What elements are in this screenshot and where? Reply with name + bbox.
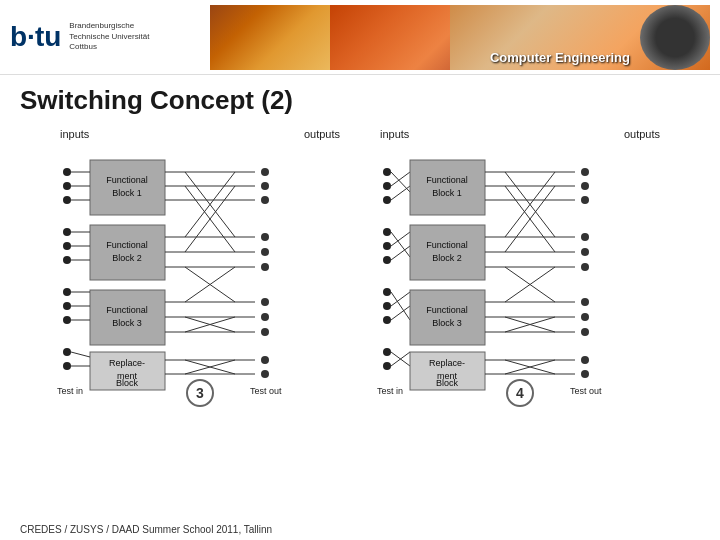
svg-point-64 (261, 328, 269, 336)
svg-text:Replace-: Replace- (109, 358, 145, 368)
svg-point-69 (383, 168, 391, 176)
svg-point-0 (63, 168, 71, 176)
svg-point-5 (63, 256, 71, 264)
svg-point-70 (383, 182, 391, 190)
btu-text: BrandenburgischeTechnische UniversitätCo… (69, 21, 149, 52)
diagram-right: inputs outputs (375, 128, 665, 402)
svg-point-9 (63, 348, 71, 356)
diagram-left-svg: Functional Block 1 Functional Block 2 Fu… (55, 142, 345, 402)
svg-point-133 (581, 328, 589, 336)
svg-text:Functional: Functional (106, 175, 148, 185)
diagram-left-labels: inputs outputs (60, 128, 340, 140)
svg-point-56 (261, 168, 269, 176)
svg-point-62 (261, 298, 269, 306)
svg-line-33 (71, 352, 90, 357)
svg-point-2 (63, 196, 71, 204)
header-images: Computer Engineering (210, 5, 710, 70)
footer: CREDES / ZUSYS / DAAD Summer School 2011… (20, 524, 272, 535)
ce-label: Computer Engineering (490, 50, 630, 65)
svg-point-60 (261, 248, 269, 256)
btu-logo: b·tu (10, 21, 61, 53)
diagram-right-labels: inputs outputs (380, 128, 660, 140)
svg-line-81 (391, 172, 410, 186)
svg-line-82 (391, 186, 410, 200)
svg-point-58 (261, 196, 269, 204)
svg-point-8 (63, 316, 71, 324)
svg-point-1 (63, 182, 71, 190)
diagram-left: inputs outputs (55, 128, 345, 402)
diagram-right-svg: Functional Block 1 Functional Block 2 Fu… (375, 142, 665, 402)
svg-point-134 (581, 356, 589, 364)
svg-text:Test in: Test in (377, 386, 403, 396)
logo-area: b·tu BrandenburgischeTechnische Universi… (10, 21, 210, 53)
svg-point-130 (581, 263, 589, 271)
svg-point-128 (581, 233, 589, 241)
svg-point-4 (63, 242, 71, 250)
svg-point-132 (581, 313, 589, 321)
svg-point-71 (383, 196, 391, 204)
diagram-left-inner: Functional Block 1 Functional Block 2 Fu… (55, 142, 345, 402)
right-outputs-label: outputs (624, 128, 660, 140)
svg-text:Block 1: Block 1 (432, 188, 462, 198)
svg-point-75 (383, 288, 391, 296)
right-badge: 4 (506, 379, 534, 407)
svg-line-80 (391, 172, 410, 192)
left-inputs-label: inputs (60, 128, 89, 140)
svg-point-125 (581, 168, 589, 176)
svg-text:Block 1: Block 1 (112, 188, 142, 198)
svg-point-76 (383, 302, 391, 310)
svg-line-87 (391, 292, 410, 306)
svg-text:Functional: Functional (426, 240, 468, 250)
svg-point-3 (63, 228, 71, 236)
diagram-right-inner: Functional Block 1 Functional Block 2 Fu… (375, 142, 665, 402)
svg-point-6 (63, 288, 71, 296)
svg-text:Test in: Test in (57, 386, 83, 396)
svg-point-59 (261, 233, 269, 241)
svg-text:Block 3: Block 3 (112, 318, 142, 328)
svg-point-65 (261, 356, 269, 364)
right-inputs-label: inputs (380, 128, 409, 140)
svg-text:Functional: Functional (106, 240, 148, 250)
svg-text:Test out: Test out (250, 386, 282, 396)
svg-point-72 (383, 228, 391, 236)
svg-point-135 (581, 370, 589, 378)
svg-point-77 (383, 316, 391, 324)
svg-point-66 (261, 370, 269, 378)
footer-text: CREDES / ZUSYS / DAAD Summer School 2011… (20, 524, 272, 535)
chip-image (210, 5, 330, 70)
main-content: Switching Concept (2) inputs outputs (0, 75, 720, 407)
svg-line-86 (391, 292, 410, 320)
svg-point-57 (261, 182, 269, 190)
svg-text:Block: Block (116, 378, 139, 388)
svg-point-74 (383, 256, 391, 264)
diagrams-container: inputs outputs (20, 128, 700, 402)
svg-point-63 (261, 313, 269, 321)
svg-point-10 (63, 362, 71, 370)
svg-text:Functional: Functional (426, 305, 468, 315)
svg-point-73 (383, 242, 391, 250)
svg-point-129 (581, 248, 589, 256)
svg-point-79 (383, 362, 391, 370)
left-outputs-label: outputs (304, 128, 340, 140)
page-title: Switching Concept (2) (20, 85, 700, 116)
logo-image (640, 5, 710, 70)
svg-point-7 (63, 302, 71, 310)
svg-point-131 (581, 298, 589, 306)
svg-point-127 (581, 196, 589, 204)
svg-text:Block 3: Block 3 (432, 318, 462, 328)
svg-text:Block 2: Block 2 (432, 253, 462, 263)
svg-point-61 (261, 263, 269, 271)
svg-text:Test out: Test out (570, 386, 602, 396)
svg-text:Block: Block (436, 378, 459, 388)
svg-text:Functional: Functional (426, 175, 468, 185)
svg-text:Block 2: Block 2 (112, 253, 142, 263)
svg-text:Functional: Functional (106, 305, 148, 315)
svg-point-78 (383, 348, 391, 356)
header: b·tu BrandenburgischeTechnische Universi… (0, 0, 720, 75)
svg-text:Replace-: Replace- (429, 358, 465, 368)
circuit-image (330, 5, 450, 70)
left-badge: 3 (186, 379, 214, 407)
svg-line-88 (391, 306, 410, 320)
svg-point-126 (581, 182, 589, 190)
